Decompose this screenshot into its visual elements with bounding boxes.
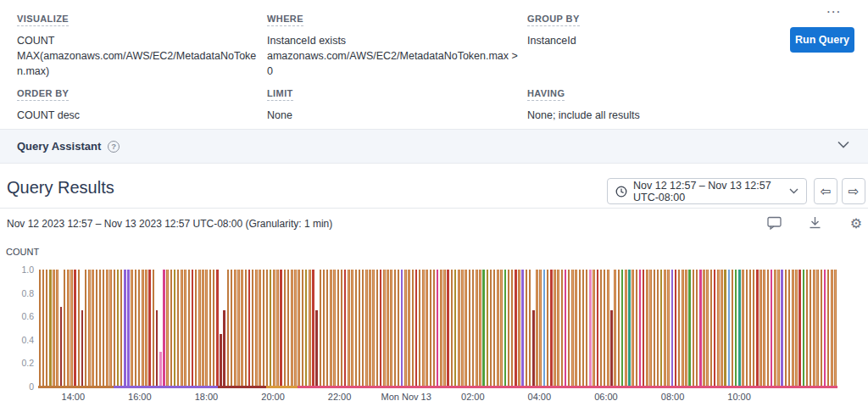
run-query-button[interactable]: Run Query xyxy=(790,27,854,53)
bar xyxy=(746,270,748,387)
bar xyxy=(131,270,133,387)
bar xyxy=(213,270,215,387)
bar xyxy=(649,270,652,387)
x-tick-label: 06:00 xyxy=(594,392,618,402)
bar xyxy=(785,270,787,387)
having-value[interactable]: None; include all results xyxy=(527,108,765,123)
group-by-value[interactable]: InstanceId xyxy=(527,33,748,48)
bar xyxy=(255,270,258,387)
bar xyxy=(67,270,70,387)
visualize-value-count[interactable]: COUNT xyxy=(17,33,259,48)
bar xyxy=(70,270,73,387)
time-forward-button[interactable]: ⇨ xyxy=(842,178,865,204)
download-icon[interactable] xyxy=(806,214,823,231)
clause-group-by[interactable]: GROUP BY InstanceId xyxy=(527,10,748,48)
bar xyxy=(117,270,120,387)
bar xyxy=(163,270,165,387)
bar xyxy=(771,270,773,387)
y-tick-label: 0.8 xyxy=(21,288,34,298)
y-tick-label: 0.6 xyxy=(21,311,34,321)
bar xyxy=(781,270,783,387)
bar xyxy=(234,270,236,387)
bar xyxy=(177,270,180,387)
bar xyxy=(703,270,705,387)
x-tick-label: 08:00 xyxy=(661,392,685,402)
bar xyxy=(571,270,574,387)
bar xyxy=(81,310,84,387)
clause-limit[interactable]: LIMIT None xyxy=(267,85,521,123)
bar xyxy=(209,270,212,387)
bar xyxy=(220,334,222,387)
clause-visualize[interactable]: VISUALIZE COUNT MAX(amazonaws.com/AWS/EC… xyxy=(17,10,259,79)
bar xyxy=(298,270,300,387)
time-back-button[interactable]: ⇦ xyxy=(814,178,837,204)
bar xyxy=(497,270,499,387)
overflow-menu-icon[interactable]: ... xyxy=(826,0,841,17)
bar xyxy=(636,270,638,387)
time-range-selector[interactable]: Nov 12 12:57 – Nov 13 12:57 UTC-08:00 xyxy=(607,178,807,204)
x-tick-label: 20:00 xyxy=(261,392,285,402)
bar xyxy=(675,270,677,387)
bar xyxy=(153,270,155,387)
query-assistant-bar[interactable]: Query Assistant ? xyxy=(0,129,868,164)
bar xyxy=(717,270,720,387)
clause-having[interactable]: HAVING None; include all results xyxy=(527,85,765,123)
bar xyxy=(518,270,520,387)
chevron-down-icon xyxy=(789,188,798,194)
query-assistant-label: Query Assistant xyxy=(17,140,101,153)
bar xyxy=(458,270,460,387)
clock-icon xyxy=(615,186,627,198)
bar xyxy=(813,270,815,387)
time-range-subtitle: Nov 12 2023 12:57 – Nov 13 2023 12:57 UT… xyxy=(7,218,332,230)
visualize-value-max[interactable]: MAX(amazonaws.com/AWS/EC2/MetadataNoToke… xyxy=(17,48,259,79)
bar xyxy=(742,270,744,387)
bar xyxy=(646,270,648,387)
x-tick-label: 18:00 xyxy=(195,392,219,402)
bar xyxy=(760,270,762,387)
bar xyxy=(472,270,475,387)
bar xyxy=(170,270,173,387)
where-value-2[interactable]: amazonaws.com/AWS/EC2/MetadataNoToken.ma… xyxy=(267,48,521,79)
chevron-down-icon[interactable] xyxy=(837,141,849,148)
y-tick-label: 0 xyxy=(29,381,34,392)
bar xyxy=(597,270,599,387)
bar xyxy=(788,270,791,387)
bar xyxy=(586,270,588,387)
x-tick-label: 02:00 xyxy=(461,392,485,402)
y-tick-label: 1.0 xyxy=(21,264,34,275)
bar xyxy=(380,270,382,387)
help-icon[interactable]: ? xyxy=(108,141,120,153)
comment-icon[interactable] xyxy=(765,214,782,231)
bar xyxy=(42,270,45,387)
bar xyxy=(696,270,698,387)
bar xyxy=(511,270,514,387)
bar xyxy=(763,270,765,387)
bar xyxy=(266,270,269,387)
bar xyxy=(74,270,76,387)
bar xyxy=(302,270,304,387)
where-value-1[interactable]: InstanceId exists xyxy=(267,33,521,48)
x-tick-label: 14:00 xyxy=(62,392,86,402)
bar xyxy=(241,270,243,387)
bar xyxy=(291,270,293,387)
gear-icon[interactable]: ⚙ xyxy=(848,214,865,231)
bar xyxy=(582,270,585,387)
order-by-value[interactable]: COUNT desc xyxy=(17,108,259,123)
bar xyxy=(315,310,318,387)
bar xyxy=(738,270,741,387)
bar xyxy=(589,270,592,387)
clause-where[interactable]: WHERE InstanceId exists amazonaws.com/AW… xyxy=(267,10,521,79)
bar xyxy=(344,270,347,387)
bar xyxy=(276,270,279,387)
clause-order-by[interactable]: ORDER BY COUNT desc xyxy=(17,85,259,123)
bar xyxy=(145,270,147,387)
bar xyxy=(795,270,798,387)
bar xyxy=(803,270,805,387)
bar xyxy=(607,270,609,387)
limit-value[interactable]: None xyxy=(267,108,521,123)
bar xyxy=(78,270,81,387)
bar xyxy=(678,270,681,387)
chart-bars[interactable] xyxy=(38,270,837,387)
bar xyxy=(664,270,666,387)
bar xyxy=(227,270,230,387)
